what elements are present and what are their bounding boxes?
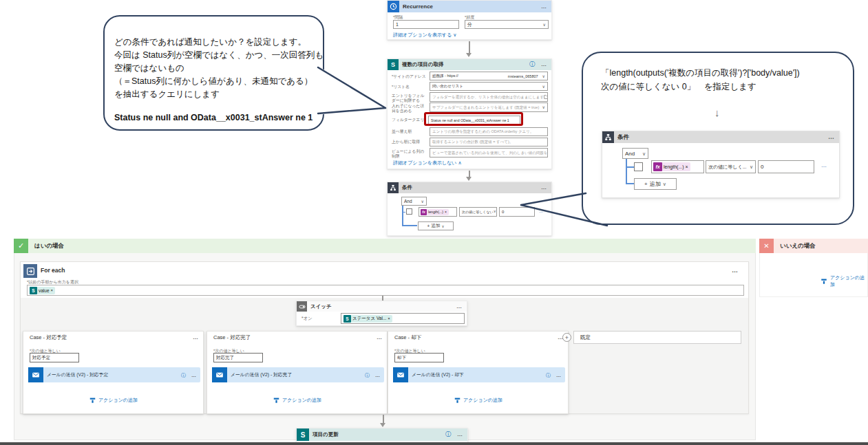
value-token[interactable]: S value × bbox=[30, 287, 55, 294]
foreach-header[interactable]: For each … bbox=[21, 262, 748, 279]
list-name-label: *リスト名 bbox=[392, 85, 429, 89]
recurrence-options-link[interactable]: 詳細オプションを表示する ∨ bbox=[393, 32, 456, 39]
case-equals-input[interactable]: 対応予定 bbox=[30, 353, 79, 362]
case-menu-button[interactable]: … bbox=[377, 335, 383, 340]
flow-designer-canvas: Recurrence … *間隔 1 *頻度 分 ∨ 詳細オプションを表示する … bbox=[0, 0, 868, 445]
condition-operator-select[interactable]: 次の値に等しくない ∨ bbox=[459, 207, 497, 217]
condition-row-menu-button[interactable]: … bbox=[539, 209, 544, 213]
no-branch-header[interactable]: ✕ いいえの場合 bbox=[759, 239, 868, 253]
orderby-input[interactable]: エントリの順序を指定するための ODATA orderby クエリ。 bbox=[430, 127, 548, 136]
nested-items-value: サブフォルダーに含まれるエントリを返します (既定値 = true) bbox=[432, 105, 539, 110]
connector-line bbox=[383, 415, 384, 423]
horizontal-scrollbar[interactable] bbox=[0, 442, 868, 445]
update-item-header[interactable]: S 項目の更新 ⓘ … bbox=[297, 428, 467, 441]
case-equals-input[interactable]: 対応完了 bbox=[213, 353, 263, 362]
info-icon[interactable]: ⓘ bbox=[445, 432, 451, 437]
plus-icon: + bbox=[644, 181, 648, 187]
mail-menu-button[interactable]: … bbox=[191, 373, 197, 378]
top-count-input[interactable]: 取得するエントリの合計数 (既定値 = すべて)。 bbox=[430, 138, 548, 146]
fx-token-pill[interactable]: fx length(...) × bbox=[421, 209, 449, 215]
recurrence-card-header[interactable]: Recurrence … bbox=[388, 1, 551, 12]
condition-left-operand[interactable]: fx length(...) × bbox=[419, 207, 457, 217]
case-menu-button[interactable]: … bbox=[193, 335, 199, 340]
yes-branch-header[interactable]: ✓ はいの場合 bbox=[14, 239, 756, 253]
group-operator-select[interactable]: And ∨ bbox=[401, 197, 427, 206]
send-mail-card[interactable]: メールの送信 (V2) - 却下 ⓘ … bbox=[393, 367, 565, 382]
case-equals-input[interactable]: 却下 bbox=[394, 353, 444, 362]
chevron-down-icon: ∨ bbox=[421, 199, 424, 204]
limit-folder-label: エントリをフォルダーに制限する bbox=[392, 94, 427, 102]
case-card-taiou-yotei: Case - 対応予定 … *次の値と等しい 対応予定 メールの送信 (V2) … bbox=[23, 331, 204, 414]
add-action-link[interactable]: アクションの追加 bbox=[454, 397, 502, 404]
interval-input[interactable]: 1 bbox=[393, 20, 459, 29]
condition-right-value: 0 bbox=[502, 210, 504, 214]
case-header[interactable]: Case - 対応完了 … bbox=[207, 332, 387, 344]
case-equals-value: 却下 bbox=[397, 355, 406, 361]
chevron-down-icon: ∨ bbox=[543, 23, 546, 27]
mail-menu-button[interactable]: … bbox=[375, 373, 381, 378]
get-items-card-header[interactable]: S 複数の項目の取得 ⓘ … bbox=[388, 59, 551, 70]
limit-columns-select[interactable]: ビューで定義されている列のみを使用して、列のしきい値の問題を回避 ∨ bbox=[430, 148, 548, 158]
case-header[interactable]: Case - 対応予定 … bbox=[23, 332, 203, 344]
update-item-menu-button[interactable]: … bbox=[457, 432, 463, 437]
fx-icon: fx bbox=[421, 209, 427, 215]
nested-items-label: 入れ子になった項目を含める bbox=[392, 104, 427, 113]
chevron-up-icon: ∧ bbox=[458, 160, 461, 165]
foreach-output-input[interactable]: S value × bbox=[27, 285, 744, 296]
list-name-select[interactable]: 問い合わせリスト ∨ bbox=[430, 82, 548, 91]
add-action-link[interactable]: アクションの追加 bbox=[89, 397, 138, 404]
remove-token-icon[interactable]: × bbox=[51, 288, 54, 292]
add-case-button[interactable]: + bbox=[562, 333, 571, 342]
top-count-placeholder: 取得するエントリの合計数 (既定値 = すべて)。 bbox=[432, 140, 513, 144]
add-action-icon bbox=[821, 278, 827, 285]
add-action-link[interactable]: アクションの追加 bbox=[821, 274, 867, 288]
foreach-title: For each bbox=[41, 267, 65, 274]
add-condition-button[interactable]: + 追加 ∨ bbox=[418, 221, 454, 230]
remove-token-icon[interactable]: × bbox=[445, 210, 447, 214]
value-token-label: value bbox=[39, 288, 50, 293]
switch-icon bbox=[297, 301, 307, 312]
remove-token-icon[interactable]: × bbox=[388, 316, 390, 321]
condition-title: 条件 bbox=[617, 133, 629, 142]
foreach-menu-button[interactable]: … bbox=[732, 268, 739, 274]
default-case-box[interactable]: 既定 bbox=[573, 331, 741, 344]
info-icon[interactable]: ⓘ bbox=[365, 373, 370, 378]
frequency-select[interactable]: 分 ∨ bbox=[465, 20, 549, 29]
get-items-options-link[interactable]: 詳細オプションを表示しない ∧ bbox=[393, 160, 462, 166]
switch-card-header[interactable]: スイッチ … bbox=[297, 301, 467, 312]
condition-operator-select: 次の値に等しく... ∨ bbox=[706, 160, 756, 173]
condition-row-checkbox[interactable] bbox=[406, 208, 412, 215]
add-action-link[interactable]: アクションの追加 bbox=[273, 397, 321, 404]
remove-token-icon: × bbox=[686, 164, 688, 169]
condition-right-operand[interactable]: 0 bbox=[499, 207, 535, 217]
connector-arrowhead bbox=[466, 177, 472, 181]
interval-label: *間隔 bbox=[393, 15, 403, 20]
status-token[interactable]: S ステータス Val... × bbox=[343, 315, 392, 323]
annotation-line: 次の値に等しくない 0」 を指定します bbox=[601, 80, 800, 94]
group-operator-select: And ∨ bbox=[622, 148, 648, 159]
get-items-menu-button[interactable]: … bbox=[541, 62, 547, 67]
site-address-select[interactable]: 総務課 - https:// msteams_065807 ∨ bbox=[430, 72, 548, 80]
outlook-mail-icon bbox=[393, 367, 408, 382]
nested-items-select[interactable]: サブフォルダーに含まれるエントリを返します (既定値 = true) ∨ bbox=[430, 102, 548, 112]
limit-folder-input[interactable]: フォルダーを選択するか、リスト全体の場合は空のままにします bbox=[430, 92, 548, 102]
case-card-kyakka: Case - 却下 … *次の値と等しい 却下 メールの送信 (V2) - 却下… bbox=[388, 331, 569, 414]
mail-menu-button[interactable]: … bbox=[556, 373, 562, 378]
info-icon[interactable]: ⓘ bbox=[529, 62, 535, 67]
site-address-value-right: msteams_065807 bbox=[508, 74, 538, 78]
switch-menu-button[interactable]: … bbox=[456, 304, 463, 310]
folder-icon[interactable] bbox=[544, 94, 548, 100]
switch-on-input[interactable]: S ステータス Val... × bbox=[341, 313, 465, 324]
case-header[interactable]: Case - 却下 … bbox=[388, 332, 568, 344]
case-title: Case - 却下 bbox=[394, 334, 421, 341]
chevron-down-icon: ∨ bbox=[542, 74, 545, 78]
chevron-down-icon: ∨ bbox=[542, 105, 545, 109]
send-mail-card[interactable]: メールの送信 (V2) - 対応完了 ⓘ … bbox=[212, 367, 384, 382]
condition-card-header[interactable]: 条件 … bbox=[388, 182, 551, 193]
info-icon[interactable]: ⓘ bbox=[181, 373, 186, 378]
recurrence-menu-button[interactable]: … bbox=[541, 4, 547, 10]
send-mail-card[interactable]: メールの送信 (V2) - 対応予定 ⓘ … bbox=[28, 367, 200, 382]
case-equals-value: 対応完了 bbox=[216, 355, 234, 361]
info-icon[interactable]: ⓘ bbox=[546, 373, 551, 378]
condition-menu-button[interactable]: … bbox=[541, 185, 547, 191]
